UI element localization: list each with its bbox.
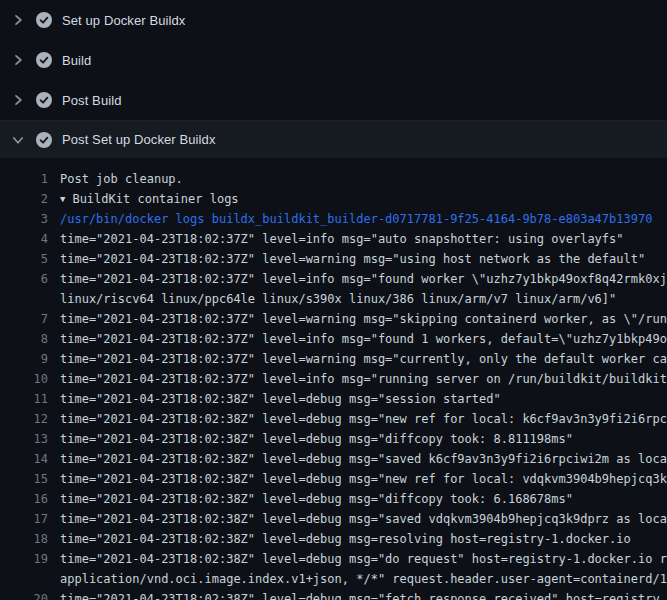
log-row: 11 time="2021-04-23T18:02:38Z" level=deb… <box>0 389 667 409</box>
log-row: 19 time="2021-04-23T18:02:38Z" level=deb… <box>0 549 667 569</box>
log-line-text: Post job cleanup. <box>48 169 183 189</box>
log-line-number[interactable]: 2 <box>0 189 48 209</box>
check-circle-icon <box>36 12 52 28</box>
log-line-text: application/vnd.oci.image.index.v1+json,… <box>48 569 667 589</box>
step-row-3[interactable]: Post Set up Docker Buildx <box>0 120 667 158</box>
log-line-number[interactable]: 10 <box>0 369 48 389</box>
log-line-number[interactable]: 1 <box>0 169 48 189</box>
log-line-number[interactable]: 8 <box>0 329 48 349</box>
log-line-text: time="2021-04-23T18:02:37Z" level=info m… <box>48 329 667 349</box>
log-row: 18 time="2021-04-23T18:02:38Z" level=deb… <box>0 529 667 549</box>
step-label: Post Set up Docker Buildx <box>62 132 216 147</box>
log-line-text: time="2021-04-23T18:02:38Z" level=debug … <box>48 469 667 489</box>
log-row: 9 time="2021-04-23T18:02:37Z" level=warn… <box>0 349 667 369</box>
chevron-right-icon <box>10 12 26 28</box>
log-line-number[interactable]: 6 <box>0 269 48 289</box>
log-line-text: time="2021-04-23T18:02:38Z" level=debug … <box>48 509 667 529</box>
log-line-number[interactable]: 5 <box>0 249 48 269</box>
log-line-text: /usr/bin/docker logs buildx_buildkit_bui… <box>48 209 652 229</box>
log-row: 5 time="2021-04-23T18:02:37Z" level=warn… <box>0 249 667 269</box>
log-line-number[interactable]: 15 <box>0 469 48 489</box>
log-line-text: time="2021-04-23T18:02:37Z" level=warnin… <box>48 349 667 369</box>
log-line-number[interactable]: 12 <box>0 409 48 429</box>
log-row: 1 Post job cleanup. <box>0 169 667 189</box>
log-row: 12 time="2021-04-23T18:02:38Z" level=deb… <box>0 409 667 429</box>
log-area: 1 Post job cleanup. 2 ▼BuildKit containe… <box>0 158 667 600</box>
log-line-number[interactable]: 11 <box>0 389 48 409</box>
log-line-number[interactable]: 7 <box>0 309 48 329</box>
log-line-text: time="2021-04-23T18:02:38Z" level=debug … <box>48 429 573 449</box>
log-row: 17 time="2021-04-23T18:02:38Z" level=deb… <box>0 509 667 529</box>
log-line-number[interactable] <box>0 289 48 309</box>
log-line-text: time="2021-04-23T18:02:37Z" level=info m… <box>48 269 667 289</box>
log-line-number[interactable]: 13 <box>0 429 48 449</box>
log-line-text: time="2021-04-23T18:02:38Z" level=debug … <box>48 449 667 469</box>
log-line-text: time="2021-04-23T18:02:38Z" level=debug … <box>48 489 573 509</box>
log-row: 15 time="2021-04-23T18:02:38Z" level=deb… <box>0 469 667 489</box>
check-circle-icon <box>36 92 52 108</box>
log-row: 4 time="2021-04-23T18:02:37Z" level=info… <box>0 229 667 249</box>
log-line-text: time="2021-04-23T18:02:38Z" level=debug … <box>48 529 631 549</box>
log-line-number[interactable]: 18 <box>0 529 48 549</box>
chevron-right-icon <box>10 92 26 108</box>
log-line-text: time="2021-04-23T18:02:38Z" level=debug … <box>48 409 667 429</box>
log-line-number[interactable]: 20 <box>0 589 48 600</box>
log-row: 13 time="2021-04-23T18:02:38Z" level=deb… <box>0 429 667 449</box>
log-line-text: time="2021-04-23T18:02:38Z" level=debug … <box>48 549 667 569</box>
check-circle-icon <box>36 52 52 68</box>
log-row: 10 time="2021-04-23T18:02:37Z" level=inf… <box>0 369 667 389</box>
log-line-number[interactable]: 17 <box>0 509 48 529</box>
log-line-text: time="2021-04-23T18:02:38Z" level=debug … <box>48 589 660 600</box>
step-label: Build <box>62 53 91 68</box>
actions-log-viewer: Set up Docker Buildx Build P <box>0 0 667 600</box>
step-row-0[interactable]: Set up Docker Buildx <box>0 0 667 40</box>
log-line-text[interactable]: ▼BuildKit container logs <box>48 189 239 209</box>
steps-list: Set up Docker Buildx Build P <box>0 0 667 158</box>
chevron-down-icon <box>10 132 26 148</box>
log-row: 20 time="2021-04-23T18:02:38Z" level=deb… <box>0 589 667 600</box>
log-line-number[interactable]: 14 <box>0 449 48 469</box>
log-row: 14 time="2021-04-23T18:02:38Z" level=deb… <box>0 449 667 469</box>
log-line-text: time="2021-04-23T18:02:37Z" level=info m… <box>48 229 624 249</box>
log-row: 2 ▼BuildKit container logs <box>0 189 667 209</box>
log-line-number[interactable]: 3 <box>0 209 48 229</box>
log-row: 7 time="2021-04-23T18:02:37Z" level=warn… <box>0 309 667 329</box>
log-line-text: time="2021-04-23T18:02:38Z" level=debug … <box>48 389 501 409</box>
chevron-right-icon <box>10 52 26 68</box>
log-row: 6 time="2021-04-23T18:02:37Z" level=info… <box>0 269 667 289</box>
log-group-caret-icon: ▼ <box>60 189 65 209</box>
log-line-number[interactable]: 4 <box>0 229 48 249</box>
log-line-text: linux/riscv64 linux/ppc64le linux/s390x … <box>48 289 616 309</box>
log-row: 8 time="2021-04-23T18:02:37Z" level=info… <box>0 329 667 349</box>
step-row-2[interactable]: Post Build <box>0 80 667 120</box>
step-label: Post Build <box>62 93 122 108</box>
log-line-text: time="2021-04-23T18:02:37Z" level=info m… <box>48 369 667 389</box>
check-circle-icon <box>36 132 52 148</box>
log-line-text: time="2021-04-23T18:02:37Z" level=warnin… <box>48 249 645 269</box>
log-line-number[interactable] <box>0 569 48 589</box>
log-line-number[interactable]: 16 <box>0 489 48 509</box>
log-row: 16 time="2021-04-23T18:02:38Z" level=deb… <box>0 489 667 509</box>
log-line-text: time="2021-04-23T18:02:37Z" level=warnin… <box>48 309 667 329</box>
log-row: application/vnd.oci.image.index.v1+json,… <box>0 569 667 589</box>
log-line-number[interactable]: 9 <box>0 349 48 369</box>
step-label: Set up Docker Buildx <box>62 13 185 28</box>
step-row-1[interactable]: Build <box>0 40 667 80</box>
log-line-number[interactable]: 19 <box>0 549 48 569</box>
log-row: linux/riscv64 linux/ppc64le linux/s390x … <box>0 289 667 309</box>
log-row: 3 /usr/bin/docker logs buildx_buildkit_b… <box>0 209 667 229</box>
